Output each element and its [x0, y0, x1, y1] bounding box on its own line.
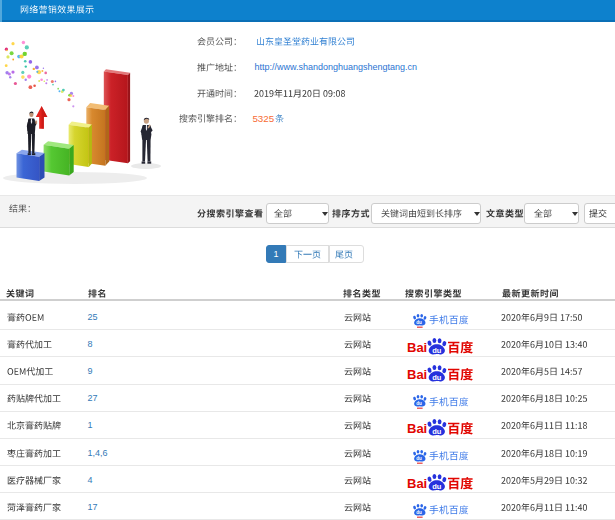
svg-text:du: du: [432, 373, 442, 382]
svg-text:du: du: [416, 456, 422, 461]
svg-text:du: du: [416, 402, 422, 407]
svg-text:Bai: Bai: [407, 367, 427, 382]
svg-text:du: du: [432, 481, 442, 490]
svg-text:du: du: [416, 320, 422, 325]
svg-text:Bai: Bai: [407, 421, 427, 436]
svg-text:Bai: Bai: [407, 476, 427, 491]
svg-text:du: du: [432, 427, 442, 436]
svg-text:Bai: Bai: [407, 340, 427, 355]
svg-text:du: du: [432, 345, 442, 354]
svg-text:du: du: [416, 510, 422, 515]
